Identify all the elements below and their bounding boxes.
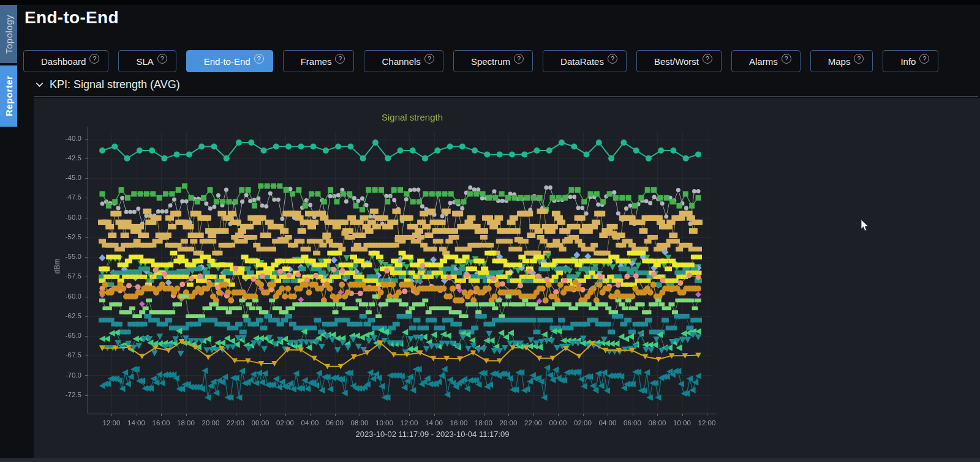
nav-tab-dashboard[interactable]: Dashboard? xyxy=(23,50,108,72)
signal-strength-chart[interactable] xyxy=(34,98,980,458)
side-tab-reporter[interactable]: Reporter xyxy=(0,65,17,127)
horizontal-scrollbar-track[interactable] xyxy=(0,458,980,462)
nav-tab-label: DataRates xyxy=(552,51,608,73)
x-axis-range-label: 2023-10-02 11:17:09 - 2023-10-04 11:17:0… xyxy=(276,430,589,439)
nav-tab-spectrum[interactable]: Spectrum? xyxy=(453,50,533,72)
nav-tab-datarates[interactable]: DataRates? xyxy=(543,50,627,72)
top-edge xyxy=(0,0,980,5)
nav-tab-bar: Dashboard?SLA?End-to-End?Frames?Channels… xyxy=(23,50,938,72)
side-tab-topology[interactable]: Topology xyxy=(0,5,17,63)
kpi-section-title: KPI: Signal strength (AVG) xyxy=(50,78,180,91)
page-title: End-to-End xyxy=(24,8,119,28)
nav-tab-channels[interactable]: Channels? xyxy=(364,50,443,72)
nav-tab-label: Channels xyxy=(373,51,424,73)
help-icon[interactable]: ? xyxy=(854,54,864,64)
help-icon[interactable]: ? xyxy=(514,54,524,64)
nav-tab-label: Info xyxy=(892,51,919,73)
nav-tab-label: Spectrum xyxy=(462,51,514,73)
help-icon[interactable]: ? xyxy=(89,54,99,64)
nav-tab-label: End-to-End xyxy=(195,51,254,73)
chart-title: Signal strength xyxy=(314,112,510,122)
section-divider xyxy=(34,96,978,97)
nav-tab-label: Frames xyxy=(292,51,336,73)
help-icon[interactable]: ? xyxy=(919,54,929,64)
nav-tab-info[interactable]: Info? xyxy=(883,50,938,72)
nav-tab-label: Maps xyxy=(820,51,854,73)
help-icon[interactable]: ? xyxy=(424,54,434,64)
nav-tab-alarms[interactable]: Alarms? xyxy=(731,50,801,72)
help-icon[interactable]: ? xyxy=(782,54,791,64)
nav-tab-end-to-end[interactable]: End-to-End? xyxy=(186,50,273,72)
help-icon[interactable]: ? xyxy=(254,54,264,64)
nav-tab-label: Dashboard xyxy=(32,51,89,73)
help-icon[interactable]: ? xyxy=(157,54,167,64)
nav-tab-maps[interactable]: Maps? xyxy=(810,50,873,72)
side-tab-reporter-label: Reporter xyxy=(4,76,14,117)
nav-tab-best-worst[interactable]: Best/Worst? xyxy=(636,50,722,72)
signal-strength-panel: Signal strength dBm 2023-10-02 11:17:09 … xyxy=(34,98,980,458)
chevron-down-icon[interactable] xyxy=(35,80,44,89)
nav-tab-label: Alarms xyxy=(741,51,782,73)
nav-tab-frames[interactable]: Frames? xyxy=(283,50,355,72)
mouse-cursor xyxy=(861,219,869,232)
help-icon[interactable]: ? xyxy=(335,54,345,64)
kpi-section-header[interactable]: KPI: Signal strength (AVG) xyxy=(35,78,180,91)
side-tab-topology-label: Topology xyxy=(4,14,14,53)
nav-tab-sla[interactable]: SLA? xyxy=(118,50,176,72)
y-axis-label: dBm xyxy=(53,259,61,274)
help-icon[interactable]: ? xyxy=(608,54,617,64)
nav-tab-label: Best/Worst xyxy=(646,51,703,73)
nav-tab-label: SLA xyxy=(127,51,157,73)
help-icon[interactable]: ? xyxy=(703,54,712,64)
